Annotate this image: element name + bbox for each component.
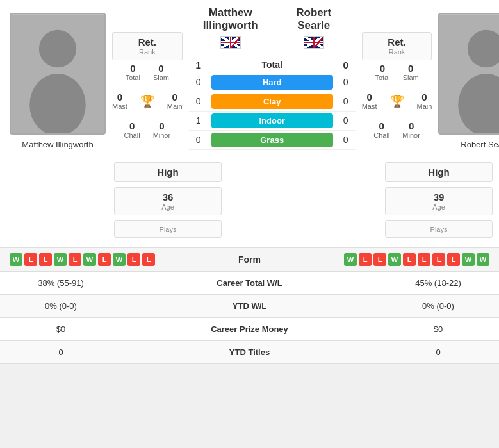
player1-main-value: 0 [172,92,177,103]
player1-slam-label: Slam [153,74,169,81]
player1-slam-item: 0 Slam [153,63,169,81]
player1-mast-value: 0 [117,92,122,103]
grass-p2-score: 0 [336,135,356,145]
player1-plays-label: Plays [117,226,218,233]
form-badge-l: L [39,253,52,266]
player2-trophy-icon: 🏆 [390,94,404,108]
main-container: Matthew Illingworth Ret. Rank 0 Total 0 … [0,0,499,364]
player2-rank-box: Ret. Rank [362,32,432,60]
ytd-wl-row: 0% (0-0) YTD W/L 0% (0-0) [0,295,499,318]
player1-rank-box: Ret. Rank [112,32,183,60]
hard-p1-score: 0 [189,77,208,87]
grass-p1-score: 0 [189,135,208,145]
form-badge-w: W [388,253,401,266]
player2-avatar [438,13,499,135]
player2-slam-item: 0 Slam [403,63,419,81]
form-badge-w: W [477,253,489,266]
player1-chall-label: Chall [124,131,140,139]
player2-name-area: Robert Searle [272,6,356,51]
career-wl-p1: 38% (55-91) [10,278,112,288]
career-wl-row: 38% (55-91) Career Total W/L 45% (18-22) [0,272,499,295]
player2-stats-block: Ret. Rank 0 Total 0 Slam 0 Mast [362,6,432,156]
form-label: Form [238,254,261,265]
ytd-titles-row: 0 YTD Titles 0 [0,341,499,364]
player2-total-value: 0 [380,63,385,74]
prize-p2: $0 [387,324,489,334]
player1-mid-stats-row: 0 Mast 🏆 0 Main [112,92,183,110]
form-badge-w: W [344,253,357,266]
player1-bottom-stats-row: 0 Chall 0 Minor [112,120,183,139]
ytd-titles-p2: 0 [387,347,489,357]
player1-name-below: Matthew Illingworth [22,140,93,149]
player1-mast-item: 0 Mast [112,92,127,110]
player2-main-label: Main [417,103,432,110]
form-badge-l: L [432,253,445,266]
player1-total-item: 0 Total [126,63,140,81]
player1-rank-value: Ret. [115,37,179,47]
surface-rows: 0 Hard 0 0 Clay 0 1 Indoor 0 [189,73,356,150]
player1-minor-item: 0 Minor [153,120,171,139]
career-wl-p2: 45% (18-22) [387,278,489,288]
player2-age-value: 39 [388,192,489,203]
flag-inner-2 [304,37,323,48]
ytd-titles-p1: 0 [10,347,112,357]
form-badge-w: W [10,253,22,266]
player1-total-label: Total [126,74,140,81]
prize-label: Career Prize Money [192,324,307,334]
form-badge-l: L [127,253,140,266]
player2-name-center: Robert Searle [272,6,356,33]
player2-high-box: High [385,162,493,182]
ytd-wl-p1: 0% (0-0) [10,301,112,311]
player1-minor-label: Minor [153,131,171,139]
player1-main-item: 0 Main [167,92,183,110]
ytd-titles-label: YTD Titles [192,347,307,357]
clay-row: 0 Clay 0 [189,92,356,112]
prize-row: $0 Career Prize Money $0 [0,318,499,341]
player2-mid-stats-row: 0 Mast 🏆 0 Main [362,92,432,110]
indoor-p1-score: 1 [189,115,208,126]
form-badge-l: L [98,253,111,266]
form-badge-l: L [142,253,155,266]
svg-point-2 [29,74,86,133]
player1-chall-item: 0 Chall [124,120,140,139]
player1-slam-value: 0 [158,63,163,74]
form-badge-w: W [462,253,475,266]
career-wl-label: Career Total W/L [192,278,307,288]
player1-high-box: High [114,162,222,182]
form-badge-w: W [54,253,67,266]
grass-btn: Grass [211,133,333,147]
player1-age-value: 36 [117,192,218,203]
comparison-area: Matthew Illingworth Ret. Rank 0 Total 0 … [0,0,499,162]
total-row: 1 Total 0 [189,56,356,73]
bottom-section: WLLWLWLWLL Form WLLWLLLLWW 38% (55-91) C… [0,247,499,364]
player1-flag-container [189,36,272,51]
player2-chall-item: 0 Chall [373,120,389,139]
form-row: WLLWLWLWLL Form WLLWLLLLWW [0,248,499,272]
player2-name-below: Robert Searle [461,140,499,149]
form-badge-l: L [359,253,372,266]
hard-btn: Hard [211,75,333,90]
clay-p2-score: 0 [336,96,356,106]
player2-minor-value: 0 [409,120,414,131]
svg-point-1 [39,30,76,67]
clay-p1-score: 0 [189,96,208,106]
indoor-btn: Indoor [211,113,333,128]
form-badge-l: L [447,253,460,266]
ytd-wl-p2: 0% (0-0) [387,301,489,311]
total-label: Total [261,60,282,70]
player1-mast-label: Mast [112,103,127,110]
player1-trophy-icon: 🏆 [140,94,154,108]
hard-p2-score: 0 [336,77,356,87]
names-flags-row: Matthew Illingworth [189,6,356,51]
middle-col: Matthew Illingworth [183,6,362,156]
player1-extra-stats: High 36 Age Plays [114,162,222,240]
indoor-row: 1 Indoor 0 [189,112,356,131]
ytd-wl-label: YTD W/L [192,301,307,311]
player1-name-area: Matthew Illingworth [189,6,272,51]
form-badge-l: L [403,253,416,266]
player2-mast-value: 0 [366,92,372,103]
player2-rank-label: Rank [365,48,429,56]
grass-row: 0 Grass 0 [189,131,356,150]
player1-age-box: 36 Age [114,187,222,215]
player2-minor-item: 0 Minor [402,120,420,139]
